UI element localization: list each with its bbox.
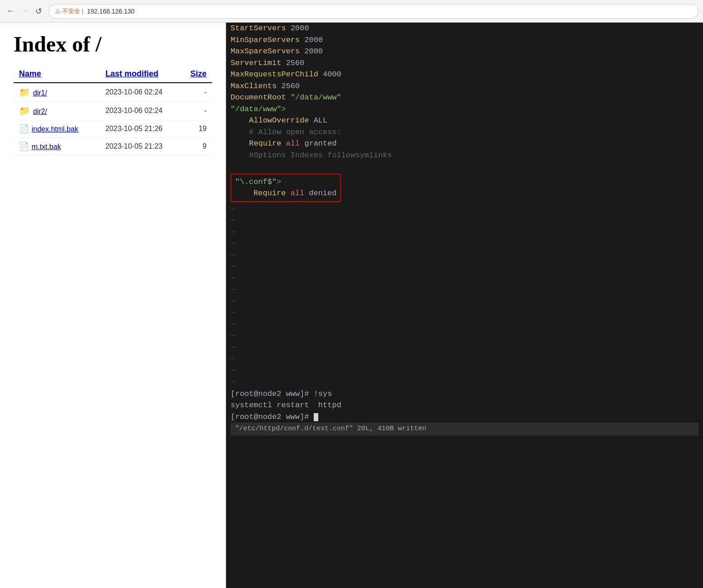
file-name-cell: 📄index.html.bak bbox=[14, 120, 100, 138]
terminal-text: systemctl restart httpd bbox=[231, 401, 341, 409]
tilde-line: ~ bbox=[231, 365, 698, 377]
folder-icon: 📁 bbox=[19, 106, 30, 116]
address-text: 192.168.126.130 bbox=[87, 8, 134, 15]
table-header-row: Name Last modified Size bbox=[14, 66, 212, 83]
separator: | bbox=[82, 8, 83, 14]
file-link[interactable]: index.html.bak bbox=[32, 125, 78, 133]
terminal-text: Require bbox=[235, 189, 290, 198]
file-icon: 📄 bbox=[19, 124, 29, 133]
terminal-text: "/data/www"> bbox=[231, 105, 286, 113]
terminal-text: > bbox=[281, 105, 286, 113]
terminal-text: denied bbox=[309, 189, 336, 198]
reload-button[interactable]: ↺ bbox=[33, 5, 44, 18]
tilde-line: ~ bbox=[231, 261, 698, 273]
name-sort-link[interactable]: Name bbox=[19, 69, 41, 78]
address-bar[interactable]: ⚠ 不安全 | 192.168.126.130 bbox=[48, 4, 698, 19]
terminal-text: Require bbox=[231, 139, 286, 148]
security-label: 不安全 bbox=[62, 7, 80, 15]
terminal-text: "\.conf$" bbox=[235, 178, 277, 186]
terminal-text: "\.conf$"> bbox=[235, 178, 281, 186]
tilde-line: ~ bbox=[231, 330, 698, 342]
terminal-text: granted bbox=[304, 139, 336, 148]
terminal-text: "/data/www" bbox=[231, 105, 281, 113]
terminal-text: MinSpareServers bbox=[231, 36, 304, 44]
tilde-line: ~ bbox=[231, 227, 698, 239]
highlight-line: "\.conf$"> bbox=[235, 176, 336, 188]
file-table: Name Last modified Size 📁dir1/2023-10-06… bbox=[14, 66, 212, 155]
tilde-line: ~ bbox=[231, 215, 698, 227]
file-size-cell: - bbox=[185, 83, 212, 102]
folder-icon: 📁 bbox=[19, 87, 30, 97]
tilde-line: ~ bbox=[231, 296, 698, 308]
terminal-text: ALL bbox=[314, 116, 328, 125]
terminal-text: "/data/www" bbox=[291, 93, 341, 102]
terminal-text: # Allow open access: bbox=[231, 128, 341, 136]
tilde-line: ~ bbox=[231, 376, 698, 388]
file-link[interactable]: dir1/ bbox=[33, 89, 47, 97]
terminal-text: AllowOverride bbox=[231, 116, 314, 125]
nav-buttons: ← → ↺ bbox=[5, 5, 44, 18]
modified-sort-link[interactable]: Last modified bbox=[105, 69, 158, 78]
browser-chrome: ← → ↺ ⚠ 不安全 | 192.168.126.130 bbox=[0, 0, 703, 23]
main-content: Index of / Name Last modified Size 📁dir1… bbox=[0, 23, 703, 588]
terminal-line: ServerLimit 2560 bbox=[231, 57, 698, 69]
file-icon: 📄 bbox=[19, 142, 29, 151]
shell-line: systemctl restart httpd bbox=[231, 400, 698, 411]
file-link[interactable]: m.txt.bak bbox=[32, 143, 61, 151]
terminal-line: DocumentRoot "/data/www" bbox=[231, 92, 698, 103]
terminal-text: all bbox=[290, 189, 309, 198]
terminal-text: MaxClients bbox=[231, 82, 281, 90]
table-row: 📁dir1/2023-10-06 02:24- bbox=[14, 83, 212, 102]
page-title: Index of / bbox=[14, 32, 212, 56]
terminal-line: MaxSpareServers 2000 bbox=[231, 46, 698, 57]
shell-line: [root@node2 www]# bbox=[231, 411, 698, 423]
terminal-text: 2000 bbox=[304, 47, 323, 56]
terminal-text: MaxSpareServers bbox=[231, 47, 304, 56]
tilde-line: ~ bbox=[231, 273, 698, 285]
col-size-header: Size bbox=[185, 66, 212, 83]
terminal-text: #Options Indexes followsymlinks bbox=[231, 151, 392, 160]
terminal-text: 4000 bbox=[323, 70, 341, 79]
terminal-text: DocumentRoot bbox=[231, 93, 291, 102]
table-row: 📄m.txt.bak2023-10-05 21:239 bbox=[14, 138, 212, 155]
file-modified-cell: 2023-10-06 02:24 bbox=[100, 102, 185, 120]
highlight-box: "\.conf$"> Require all denied bbox=[231, 174, 341, 202]
back-button[interactable]: ← bbox=[5, 5, 16, 18]
tilde-line: ~ bbox=[231, 204, 698, 216]
terminal-line: StartServers 2000 bbox=[231, 23, 698, 34]
terminal-text: > bbox=[277, 178, 281, 186]
status-bar: "/etc/httpd/conf.d/test.conf" 20L, 410B … bbox=[231, 423, 698, 436]
file-modified-cell: 2023-10-05 21:23 bbox=[100, 138, 185, 155]
file-link[interactable]: dir2/ bbox=[33, 108, 47, 115]
terminal-text: StartServers bbox=[231, 24, 291, 33]
forward-button[interactable]: → bbox=[19, 5, 31, 18]
terminal-text: [root@node2 www]# bbox=[231, 413, 314, 421]
terminal-text: 2560 bbox=[281, 82, 300, 90]
terminal-line: MaxClients 2560 bbox=[231, 80, 698, 92]
cursor bbox=[314, 413, 318, 421]
tilde-line: ~ bbox=[231, 307, 698, 319]
tilde-line: ~ bbox=[231, 284, 698, 296]
terminal-text: 2000 bbox=[291, 24, 309, 33]
file-name-cell: 📁dir2/ bbox=[14, 102, 100, 120]
terminal-line: AllowOverride ALL bbox=[231, 115, 698, 127]
terminal-text: MaxRequestsPerChild bbox=[231, 70, 323, 79]
browser-page: Index of / Name Last modified Size 📁dir1… bbox=[0, 23, 226, 588]
terminal-line: # Allow open access: bbox=[231, 127, 698, 138]
file-size-cell: - bbox=[185, 102, 212, 120]
terminal-text: [root@node2 www]# !sys bbox=[231, 390, 332, 398]
terminal-text: ServerLimit bbox=[231, 59, 286, 67]
file-table-body: 📁dir1/2023-10-06 02:24-📁dir2/2023-10-06 … bbox=[14, 83, 212, 155]
file-size-cell: 9 bbox=[185, 138, 212, 155]
file-name-cell: 📄m.txt.bak bbox=[14, 138, 100, 155]
terminal-line: MaxRequestsPerChild 4000 bbox=[231, 69, 698, 80]
tilde-line: ~ bbox=[231, 238, 698, 250]
terminal-line: Require all granted bbox=[231, 138, 698, 150]
terminal-line: MinSpareServers 2000 bbox=[231, 34, 698, 46]
table-row: 📁dir2/2023-10-06 02:24- bbox=[14, 102, 212, 120]
table-row: 📄index.html.bak2023-10-05 21:2619 bbox=[14, 120, 212, 138]
tilde-line: ~ bbox=[231, 342, 698, 354]
file-name-cell: 📁dir1/ bbox=[14, 83, 100, 102]
col-name-header: Name bbox=[14, 66, 100, 83]
size-sort-link[interactable]: Size bbox=[190, 69, 207, 78]
